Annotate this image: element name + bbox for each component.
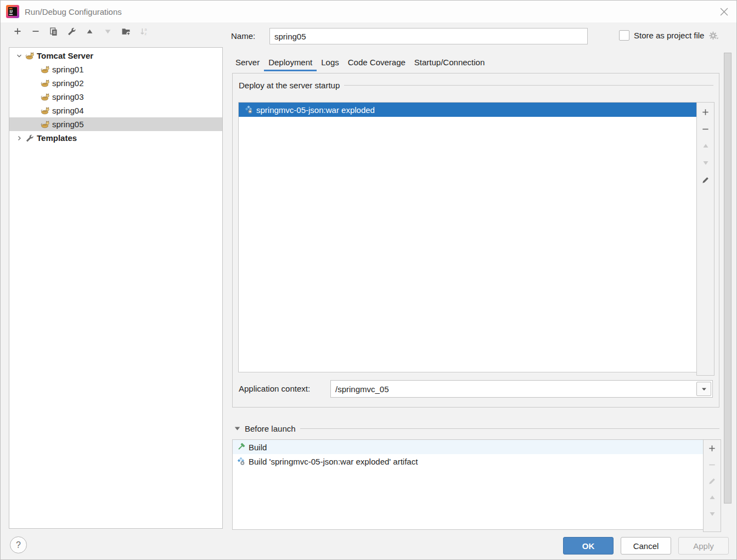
before-launch-label: Build 'springmvc-05-json:war exploded' a… [249, 457, 418, 466]
add-task-button[interactable] [706, 442, 718, 454]
before-launch-row-build-artifact[interactable]: Build 'springmvc-05-json:war exploded' a… [233, 454, 704, 468]
before-launch-list: Build Build 'springmvc-05-json:war explo… [232, 439, 704, 530]
title-bar: Run/Debug Configurations [1, 1, 736, 22]
before-launch-row-build[interactable]: Build [233, 440, 704, 454]
vertical-scrollbar[interactable] [723, 53, 731, 528]
configuration-tabs: Server Deployment Logs Code Coverage Sta… [231, 54, 489, 71]
svg-text:z: z [145, 31, 147, 36]
deploy-artifact-row-selected[interactable]: springmvc-05-json:war exploded [239, 103, 697, 117]
deploy-section-header: Deploy at the server startup [239, 81, 713, 90]
deploy-artifacts-list: springmvc-05-json:war exploded [238, 102, 697, 372]
gear-icon[interactable] [708, 31, 719, 41]
deploy-section-title: Deploy at the server startup [239, 81, 340, 90]
move-artifact-up-button [700, 140, 711, 152]
configurations-toolbar: a z [12, 25, 150, 37]
tree-node-label: Templates [37, 133, 77, 143]
tomcat-icon [25, 52, 34, 60]
remove-configuration-button[interactable] [30, 25, 41, 37]
apply-button: Apply [678, 537, 729, 555]
question-mark-icon: ? [16, 540, 21, 550]
tomcat-icon [41, 106, 49, 115]
tree-node-label: spring04 [52, 106, 84, 115]
application-context-combobox[interactable] [330, 380, 713, 398]
edit-task-pencil-icon [706, 475, 718, 487]
deploy-artifact-label: springmvc-05-json:war exploded [256, 105, 375, 115]
tree-node-tomcat-server[interactable]: Tomcat Server [9, 49, 222, 63]
deploy-list-toolbar [696, 102, 715, 376]
name-input[interactable] [269, 28, 588, 44]
remove-task-button [706, 459, 718, 471]
help-button[interactable]: ? [10, 536, 27, 553]
collapse-triangle-icon[interactable] [234, 426, 240, 431]
scrollbar-thumb[interactable] [724, 53, 732, 504]
before-launch-section: Build Build 'springmvc-05-json:war explo… [232, 439, 720, 529]
run-debug-configurations-dialog: Run/Debug Configurations [0, 0, 737, 560]
chevron-right-icon[interactable] [16, 135, 22, 142]
tomcat-icon [41, 65, 49, 74]
tree-node-label: spring05 [52, 120, 84, 129]
tree-node-spring04[interactable]: spring04 [9, 104, 222, 117]
sort-configurations-icon: a z [138, 25, 150, 37]
application-context-label: Application context: [239, 381, 310, 397]
dialog-title: Run/Debug Configurations [25, 7, 122, 16]
tree-node-spring01[interactable]: spring01 [9, 63, 222, 76]
add-configuration-button[interactable] [12, 25, 23, 37]
tree-node-templates[interactable]: Templates [9, 131, 222, 145]
ok-button[interactable]: OK [563, 537, 614, 555]
add-artifact-button[interactable] [700, 106, 711, 118]
create-new-folder-icon[interactable] [120, 25, 132, 37]
tomcat-icon [41, 120, 49, 129]
move-task-down-button [706, 508, 718, 520]
chevron-down-icon[interactable] [16, 53, 22, 59]
intellij-logo-icon [6, 5, 19, 18]
edit-templates-wrench-icon[interactable] [66, 25, 77, 37]
artifact-icon [244, 105, 253, 114]
tab-code-coverage[interactable]: Code Coverage [344, 54, 410, 71]
remove-artifact-button[interactable] [700, 123, 711, 135]
move-artifact-down-button [700, 157, 711, 169]
section-divider [344, 85, 713, 86]
cancel-button[interactable]: Cancel [621, 537, 671, 555]
tree-node-spring02[interactable]: spring02 [9, 76, 222, 90]
before-launch-title: Before launch [245, 424, 296, 433]
before-launch-label: Build [249, 443, 267, 452]
tree-node-label: Tomcat Server [37, 51, 93, 60]
tree-node-label: spring01 [52, 65, 84, 74]
section-divider [300, 428, 719, 429]
tab-server[interactable]: Server [231, 54, 264, 71]
artifact-icon [237, 457, 245, 466]
tab-logs[interactable]: Logs [317, 54, 344, 71]
tab-startup-connection[interactable]: Startup/Connection [410, 54, 489, 71]
tree-node-spring05-selected[interactable]: spring05 [9, 117, 222, 131]
close-icon[interactable] [719, 7, 729, 16]
move-up-button[interactable] [84, 25, 95, 37]
tomcat-icon [41, 79, 49, 88]
store-as-project-file-group: Store as project file [619, 30, 719, 41]
tree-node-label: spring03 [52, 92, 84, 101]
tree-node-spring03[interactable]: spring03 [9, 90, 222, 104]
move-task-up-button [706, 491, 718, 504]
store-as-project-file-checkbox[interactable] [619, 30, 629, 41]
name-label: Name: [231, 28, 255, 44]
application-context-input[interactable] [331, 384, 696, 394]
move-down-button [102, 25, 114, 37]
edit-artifact-pencil-icon[interactable] [700, 174, 711, 186]
tab-deployment[interactable]: Deployment [264, 54, 317, 71]
tree-node-label: spring02 [52, 78, 84, 88]
tomcat-icon [41, 93, 49, 101]
before-launch-toolbar [703, 439, 721, 532]
store-as-project-file-label: Store as project file [634, 31, 704, 40]
before-launch-header: Before launch [234, 424, 719, 433]
deployment-panel: Deploy at the server startup springmvc-0… [232, 73, 719, 408]
combo-dropdown-button[interactable] [696, 382, 711, 396]
configurations-tree: Tomcat Server spring01 spring02 spring03… [9, 47, 223, 529]
hammer-icon [237, 443, 245, 451]
wrench-icon [25, 134, 34, 143]
copy-configuration-icon[interactable] [48, 25, 59, 37]
